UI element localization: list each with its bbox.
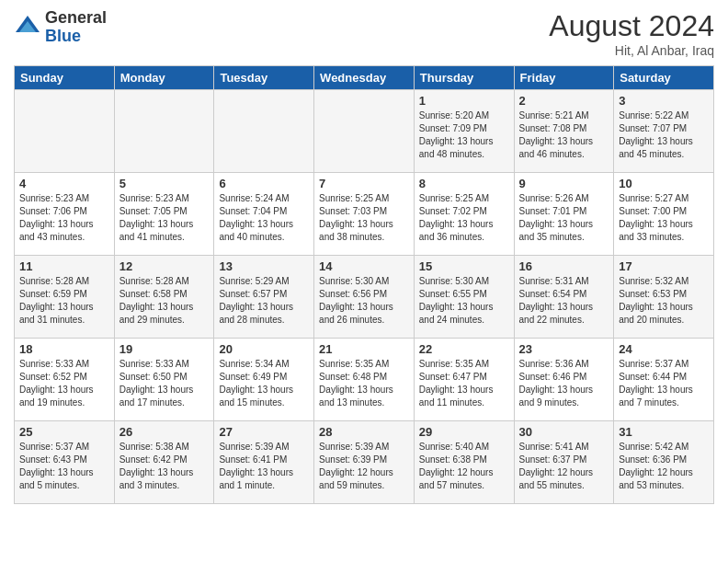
calendar-cell: 25Sunrise: 5:37 AM Sunset: 6:43 PM Dayli… <box>15 421 115 504</box>
month-year-title: August 2024 <box>549 9 714 43</box>
day-number: 9 <box>519 177 609 190</box>
calendar-cell: 26Sunrise: 5:38 AM Sunset: 6:42 PM Dayli… <box>114 421 214 504</box>
page-header: General Blue August 2024 Hit, Al Anbar, … <box>14 9 714 58</box>
day-info: Sunrise: 5:35 AM Sunset: 6:48 PM Dayligh… <box>319 358 409 409</box>
header-cell-sunday: Sunday <box>15 66 115 90</box>
calendar-week-row: 11Sunrise: 5:28 AM Sunset: 6:59 PM Dayli… <box>15 256 714 339</box>
day-info: Sunrise: 5:28 AM Sunset: 6:59 PM Dayligh… <box>19 275 109 327</box>
day-info: Sunrise: 5:20 AM Sunset: 7:09 PM Dayligh… <box>419 109 509 161</box>
calendar-week-row: 1Sunrise: 5:20 AM Sunset: 7:09 PM Daylig… <box>15 90 714 173</box>
day-number: 13 <box>219 259 309 273</box>
calendar-cell: 30Sunrise: 5:41 AM Sunset: 6:37 PM Dayli… <box>514 421 614 504</box>
day-info: Sunrise: 5:26 AM Sunset: 7:01 PM Dayligh… <box>519 192 609 244</box>
day-number: 22 <box>419 342 509 356</box>
day-info: Sunrise: 5:28 AM Sunset: 6:58 PM Dayligh… <box>119 275 210 327</box>
calendar-week-row: 25Sunrise: 5:37 AM Sunset: 6:43 PM Dayli… <box>15 421 714 504</box>
day-info: Sunrise: 5:38 AM Sunset: 6:42 PM Dayligh… <box>119 441 210 492</box>
day-info: Sunrise: 5:32 AM Sunset: 6:53 PM Dayligh… <box>619 275 709 327</box>
day-info: Sunrise: 5:25 AM Sunset: 7:03 PM Dayligh… <box>319 192 409 244</box>
calendar-cell: 18Sunrise: 5:33 AM Sunset: 6:52 PM Dayli… <box>15 339 115 421</box>
calendar-cell: 6Sunrise: 5:24 AM Sunset: 7:04 PM Daylig… <box>214 173 314 256</box>
day-info: Sunrise: 5:41 AM Sunset: 6:37 PM Dayligh… <box>519 441 609 492</box>
day-number: 25 <box>19 425 109 439</box>
calendar-cell: 11Sunrise: 5:28 AM Sunset: 6:59 PM Dayli… <box>15 256 115 339</box>
header-cell-saturday: Saturday <box>614 66 714 90</box>
day-number: 10 <box>619 177 709 190</box>
calendar-cell: 7Sunrise: 5:25 AM Sunset: 7:03 PM Daylig… <box>314 173 415 256</box>
day-number: 14 <box>319 259 409 273</box>
day-info: Sunrise: 5:37 AM Sunset: 6:43 PM Dayligh… <box>19 441 109 492</box>
day-info: Sunrise: 5:33 AM Sunset: 6:52 PM Dayligh… <box>19 358 109 409</box>
header-row: SundayMondayTuesdayWednesdayThursdayFrid… <box>15 66 714 90</box>
day-number: 5 <box>119 177 210 190</box>
calendar-cell <box>114 90 214 173</box>
calendar-cell: 1Sunrise: 5:20 AM Sunset: 7:09 PM Daylig… <box>414 90 514 173</box>
header-cell-friday: Friday <box>514 66 614 90</box>
day-number: 29 <box>419 425 509 439</box>
day-info: Sunrise: 5:35 AM Sunset: 6:47 PM Dayligh… <box>419 358 509 409</box>
day-info: Sunrise: 5:30 AM Sunset: 6:55 PM Dayligh… <box>419 275 509 327</box>
day-number: 31 <box>619 425 709 439</box>
day-number: 16 <box>519 259 609 273</box>
calendar-cell: 10Sunrise: 5:27 AM Sunset: 7:00 PM Dayli… <box>614 173 714 256</box>
day-number: 1 <box>419 94 509 108</box>
day-info: Sunrise: 5:23 AM Sunset: 7:06 PM Dayligh… <box>19 192 109 244</box>
day-number: 30 <box>519 425 609 439</box>
calendar-cell: 2Sunrise: 5:21 AM Sunset: 7:08 PM Daylig… <box>514 90 614 173</box>
day-info: Sunrise: 5:39 AM Sunset: 6:41 PM Dayligh… <box>219 441 309 492</box>
calendar-cell: 28Sunrise: 5:39 AM Sunset: 6:39 PM Dayli… <box>314 421 415 504</box>
calendar-cell: 19Sunrise: 5:33 AM Sunset: 6:50 PM Dayli… <box>114 339 214 421</box>
calendar-cell: 4Sunrise: 5:23 AM Sunset: 7:06 PM Daylig… <box>15 173 115 256</box>
day-number: 26 <box>119 425 210 439</box>
location-subtitle: Hit, Al Anbar, Iraq <box>549 43 714 58</box>
calendar-cell: 27Sunrise: 5:39 AM Sunset: 6:41 PM Dayli… <box>214 421 314 504</box>
calendar-cell <box>314 90 415 173</box>
day-info: Sunrise: 5:39 AM Sunset: 6:39 PM Dayligh… <box>319 441 409 492</box>
logo-blue: Blue <box>45 28 107 46</box>
day-number: 11 <box>19 259 109 273</box>
header-cell-thursday: Thursday <box>414 66 514 90</box>
calendar-cell: 14Sunrise: 5:30 AM Sunset: 6:56 PM Dayli… <box>314 256 415 339</box>
day-info: Sunrise: 5:29 AM Sunset: 6:57 PM Dayligh… <box>219 275 309 327</box>
calendar-table: SundayMondayTuesdayWednesdayThursdayFrid… <box>14 65 714 504</box>
day-info: Sunrise: 5:21 AM Sunset: 7:08 PM Dayligh… <box>519 109 609 161</box>
calendar-cell: 3Sunrise: 5:22 AM Sunset: 7:07 PM Daylig… <box>614 90 714 173</box>
day-info: Sunrise: 5:23 AM Sunset: 7:05 PM Dayligh… <box>119 192 210 244</box>
day-info: Sunrise: 5:24 AM Sunset: 7:04 PM Dayligh… <box>219 192 309 244</box>
calendar-cell: 20Sunrise: 5:34 AM Sunset: 6:49 PM Dayli… <box>214 339 314 421</box>
header-cell-monday: Monday <box>114 66 214 90</box>
day-number: 18 <box>19 342 109 356</box>
day-number: 3 <box>619 94 709 108</box>
day-number: 6 <box>219 177 309 190</box>
day-info: Sunrise: 5:31 AM Sunset: 6:54 PM Dayligh… <box>519 275 609 327</box>
day-number: 12 <box>119 259 210 273</box>
header-cell-wednesday: Wednesday <box>314 66 415 90</box>
title-block: August 2024 Hit, Al Anbar, Iraq <box>549 9 714 58</box>
calendar-cell: 23Sunrise: 5:36 AM Sunset: 6:46 PM Dayli… <box>514 339 614 421</box>
calendar-cell: 16Sunrise: 5:31 AM Sunset: 6:54 PM Dayli… <box>514 256 614 339</box>
day-info: Sunrise: 5:36 AM Sunset: 6:46 PM Dayligh… <box>519 358 609 409</box>
calendar-cell: 5Sunrise: 5:23 AM Sunset: 7:05 PM Daylig… <box>114 173 214 256</box>
calendar-cell: 13Sunrise: 5:29 AM Sunset: 6:57 PM Dayli… <box>214 256 314 339</box>
day-number: 7 <box>319 177 409 190</box>
logo-icon <box>14 14 41 41</box>
calendar-cell: 24Sunrise: 5:37 AM Sunset: 6:44 PM Dayli… <box>614 339 714 421</box>
day-number: 8 <box>419 177 509 190</box>
calendar-cell: 17Sunrise: 5:32 AM Sunset: 6:53 PM Dayli… <box>614 256 714 339</box>
calendar-header: SundayMondayTuesdayWednesdayThursdayFrid… <box>15 66 714 90</box>
calendar-cell: 9Sunrise: 5:26 AM Sunset: 7:01 PM Daylig… <box>514 173 614 256</box>
day-info: Sunrise: 5:22 AM Sunset: 7:07 PM Dayligh… <box>619 109 709 161</box>
day-info: Sunrise: 5:40 AM Sunset: 6:38 PM Dayligh… <box>419 441 509 492</box>
day-info: Sunrise: 5:42 AM Sunset: 6:36 PM Dayligh… <box>619 441 709 492</box>
day-number: 2 <box>519 94 609 108</box>
calendar-cell <box>15 90 115 173</box>
day-info: Sunrise: 5:34 AM Sunset: 6:49 PM Dayligh… <box>219 358 309 409</box>
calendar-cell: 12Sunrise: 5:28 AM Sunset: 6:58 PM Dayli… <box>114 256 214 339</box>
calendar-week-row: 4Sunrise: 5:23 AM Sunset: 7:06 PM Daylig… <box>15 173 714 256</box>
calendar-body: 1Sunrise: 5:20 AM Sunset: 7:09 PM Daylig… <box>15 90 714 504</box>
day-number: 4 <box>19 177 109 190</box>
header-cell-tuesday: Tuesday <box>214 66 314 90</box>
day-info: Sunrise: 5:25 AM Sunset: 7:02 PM Dayligh… <box>419 192 509 244</box>
logo-text: General Blue <box>45 9 107 46</box>
calendar-cell: 15Sunrise: 5:30 AM Sunset: 6:55 PM Dayli… <box>414 256 514 339</box>
